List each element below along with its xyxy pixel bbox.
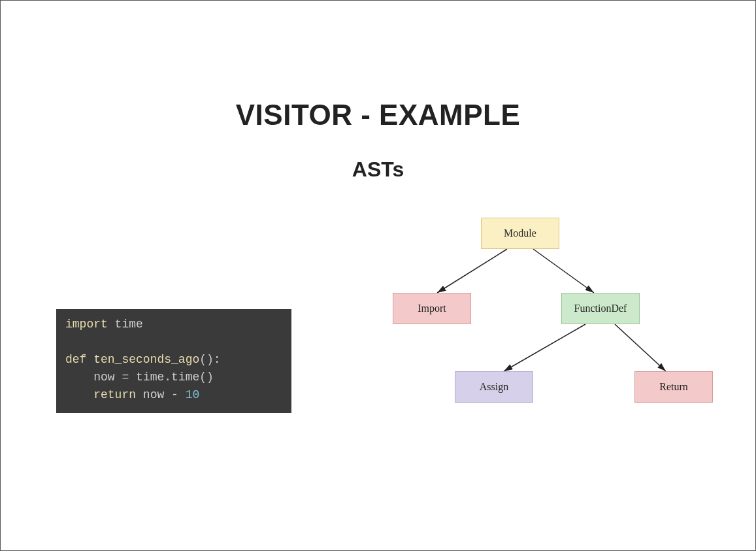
node-assign: Assign (455, 371, 533, 403)
code-line: now = time.time() (65, 369, 282, 386)
node-functiondef: FunctionDef (561, 293, 640, 324)
edge-functiondef-assign (504, 324, 585, 371)
code-operator: - (171, 388, 178, 401)
node-label: Import (418, 303, 446, 314)
code-line: import time (65, 316, 282, 333)
node-label: Assign (480, 381, 508, 393)
code-text: now (136, 388, 171, 401)
code-line (65, 333, 282, 351)
code-text: time.time() (129, 371, 214, 384)
code-text: now (65, 371, 122, 384)
code-operator: = (122, 371, 129, 384)
code-keyword: import (65, 318, 108, 331)
code-block: import time def ten_seconds_ago(): now =… (56, 309, 291, 413)
node-module: Module (481, 218, 559, 249)
node-label: Return (659, 381, 688, 393)
node-label: Module (504, 227, 536, 239)
slide: VISITOR - EXAMPLE ASTs import time def t… (1, 1, 755, 550)
edge-functiondef-return (615, 324, 666, 371)
ast-diagram: Module Import FunctionDef Assign Return (340, 201, 732, 430)
code-text (65, 388, 93, 401)
slide-content: import time def ten_seconds_ago(): now =… (1, 201, 755, 528)
code-keyword: return (93, 388, 136, 401)
slide-subtitle: ASTs (1, 158, 755, 182)
code-text: time (108, 318, 143, 331)
edge-module-import (437, 249, 507, 293)
edge-module-functiondef (533, 249, 594, 293)
code-text: (): (199, 353, 220, 366)
code-line: return now - 10 (65, 386, 282, 404)
code-function: ten_seconds_ago (86, 353, 199, 366)
code-line: def ten_seconds_ago(): (65, 351, 282, 369)
code-number: 10 (186, 388, 200, 401)
slide-title: VISITOR - EXAMPLE (1, 99, 755, 131)
code-keyword: def (65, 353, 86, 366)
node-return: Return (634, 371, 713, 403)
node-label: FunctionDef (574, 303, 627, 314)
node-import: Import (393, 293, 471, 324)
code-text (178, 388, 186, 401)
